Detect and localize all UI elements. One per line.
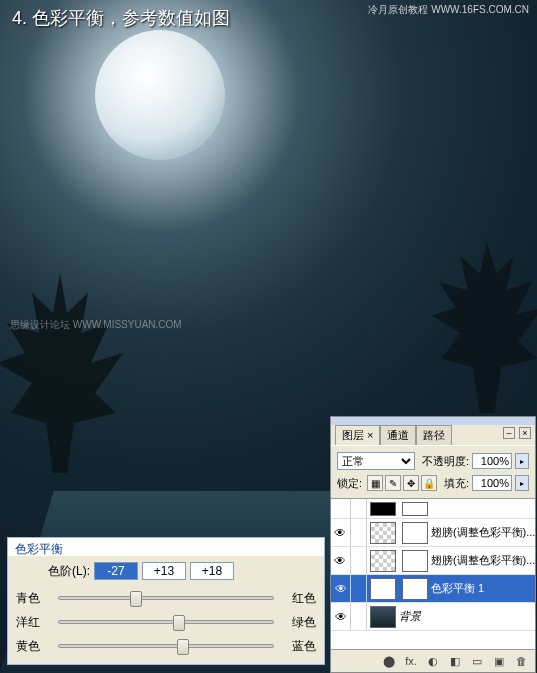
layers-bottom-bar: ⬤fx.◐◧▭▣🗑 bbox=[331, 650, 535, 672]
tab-图层[interactable]: 图层 × bbox=[335, 425, 380, 445]
slider-label-right: 蓝色 bbox=[280, 638, 316, 655]
level-input-2[interactable] bbox=[142, 562, 186, 580]
slider-label-right: 绿色 bbox=[280, 614, 316, 631]
level-input-3[interactable] bbox=[190, 562, 234, 580]
layer-name: 色彩平衡 1 bbox=[431, 581, 484, 596]
layer-thumb bbox=[370, 502, 396, 516]
layer-action-icon-4[interactable]: ▭ bbox=[469, 654, 485, 668]
fill-arrow-icon[interactable]: ▸ bbox=[515, 475, 529, 491]
opacity-input[interactable] bbox=[472, 453, 512, 469]
layer-thumb[interactable] bbox=[370, 606, 396, 628]
layer-row[interactable]: 👁 ◢ 色彩平衡 1 bbox=[331, 575, 535, 603]
slider-row-2: 黄色 蓝色 bbox=[16, 634, 316, 658]
slider-thumb[interactable] bbox=[177, 639, 189, 655]
instruction-text: 4. 色彩平衡，参考数值如图 bbox=[12, 6, 230, 30]
layer-list: 👁 翅膀(调整色彩平衡)... 👁 翅膀(调整色彩平衡)... 👁 ◢ 色彩平衡… bbox=[331, 498, 535, 650]
slider-label-left: 黄色 bbox=[16, 638, 52, 655]
layer-name: 翅膀(调整色彩平衡)... bbox=[431, 553, 535, 568]
link-cell[interactable] bbox=[351, 499, 367, 518]
layer-mask-thumb[interactable] bbox=[402, 550, 428, 572]
color-balance-levels-row: 色阶(L): bbox=[16, 562, 316, 580]
visibility-eye-icon[interactable]: 👁 bbox=[331, 547, 351, 574]
layer-action-icon-6[interactable]: 🗑 bbox=[513, 654, 529, 668]
layer-row[interactable]: 👁 翅膀(调整色彩平衡)... bbox=[331, 519, 535, 547]
layer-thumb[interactable] bbox=[370, 522, 396, 544]
slider-track[interactable] bbox=[58, 644, 274, 648]
layers-panel: 图层 ×通道路径 – × 正常 不透明度: ▸ 锁定: ▦ ✎ ✥ 🔒 填充: … bbox=[330, 416, 536, 673]
slider-row-1: 洋红 绿色 bbox=[16, 610, 316, 634]
link-cell[interactable] bbox=[351, 519, 367, 546]
scene-tree-left bbox=[0, 273, 130, 473]
level-input-1[interactable] bbox=[94, 562, 138, 580]
layer-row[interactable]: 👁 背景 bbox=[331, 603, 535, 631]
slider-track[interactable] bbox=[58, 596, 274, 600]
layers-panel-grip[interactable] bbox=[331, 417, 535, 425]
layer-action-icon-1[interactable]: fx. bbox=[403, 654, 419, 668]
opacity-arrow-icon[interactable]: ▸ bbox=[515, 453, 529, 469]
layer-thumb[interactable] bbox=[370, 550, 396, 572]
color-balance-dialog: 色彩平衡 色阶(L): 青色 红色 洋红 绿色 黄色 蓝色 bbox=[7, 537, 325, 665]
tab-通道[interactable]: 通道 bbox=[380, 425, 416, 445]
link-cell[interactable] bbox=[351, 603, 367, 630]
watermark-top-right: 冷月原创教程 WWW.16FS.COM.CN bbox=[368, 3, 529, 17]
layer-thumb[interactable]: ◢ bbox=[370, 578, 396, 600]
opacity-label: 不透明度: bbox=[418, 454, 469, 469]
scene-tree-right bbox=[427, 243, 537, 413]
layer-action-icon-0[interactable]: ⬤ bbox=[381, 654, 397, 668]
lock-position-icon[interactable]: ✥ bbox=[403, 475, 419, 491]
layer-mask-thumb[interactable] bbox=[402, 578, 428, 600]
lock-all-icon[interactable]: 🔒 bbox=[421, 475, 437, 491]
fill-label: 填充: bbox=[440, 476, 469, 491]
link-cell[interactable] bbox=[351, 547, 367, 574]
slider-label-right: 红色 bbox=[280, 590, 316, 607]
slider-thumb[interactable] bbox=[130, 591, 142, 607]
layer-action-icon-2[interactable]: ◐ bbox=[425, 654, 441, 668]
link-cell[interactable] bbox=[351, 575, 367, 602]
watermark-mid: 思缘设计论坛 WWW.MISSYUAN.COM bbox=[10, 318, 182, 332]
visibility-eye-icon[interactable]: 👁 bbox=[331, 575, 351, 602]
layer-name: 背景 bbox=[399, 609, 421, 624]
lock-label: 锁定: bbox=[337, 476, 362, 491]
visibility-eye-icon[interactable]: 👁 bbox=[331, 519, 351, 546]
visibility-eye-icon[interactable] bbox=[331, 499, 351, 518]
color-balance-title: 色彩平衡 bbox=[8, 538, 324, 556]
layer-row[interactable]: 👁 翅膀(调整色彩平衡)... bbox=[331, 547, 535, 575]
blend-mode-select[interactable]: 正常 bbox=[337, 452, 415, 470]
panel-close-icon[interactable]: × bbox=[519, 427, 531, 439]
layer-row-partial[interactable] bbox=[331, 499, 535, 519]
layer-name: 翅膀(调整色彩平衡)... bbox=[431, 525, 535, 540]
slider-track[interactable] bbox=[58, 620, 274, 624]
lock-transparent-icon[interactable]: ▦ bbox=[367, 475, 383, 491]
slider-label-left: 青色 bbox=[16, 590, 52, 607]
layer-action-icon-3[interactable]: ◧ bbox=[447, 654, 463, 668]
slider-label-left: 洋红 bbox=[16, 614, 52, 631]
scene-moon bbox=[95, 30, 225, 160]
layer-mask-thumb[interactable] bbox=[402, 522, 428, 544]
slider-thumb[interactable] bbox=[173, 615, 185, 631]
lock-pixels-icon[interactable]: ✎ bbox=[385, 475, 401, 491]
fill-input[interactable] bbox=[472, 475, 512, 491]
visibility-eye-icon[interactable]: 👁 bbox=[331, 603, 351, 630]
layers-tabs: 图层 ×通道路径 – × bbox=[331, 425, 535, 445]
layer-action-icon-5[interactable]: ▣ bbox=[491, 654, 507, 668]
levels-label: 色阶(L): bbox=[48, 563, 90, 580]
tab-路径[interactable]: 路径 bbox=[416, 425, 452, 445]
slider-row-0: 青色 红色 bbox=[16, 586, 316, 610]
panel-minimize-icon[interactable]: – bbox=[503, 427, 515, 439]
layer-mask-thumb bbox=[402, 502, 428, 516]
